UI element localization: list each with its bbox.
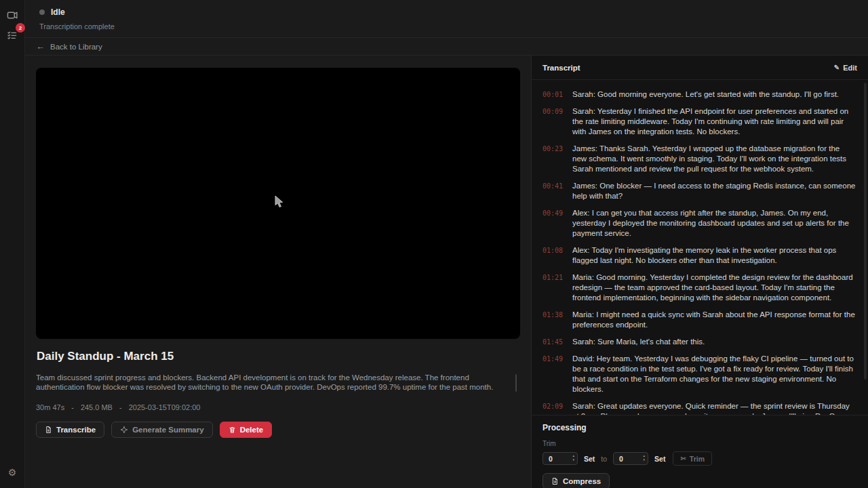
entry-timestamp: 00:01 xyxy=(542,89,564,100)
entry-text: Maria: I might need a quick sync with Sa… xyxy=(572,310,856,330)
settings-gear-icon[interactable]: ⚙ xyxy=(3,464,21,481)
entry-text: James: Thanks Sarah. Yesterday I wrapped… xyxy=(572,144,856,174)
media-filesize: 245.0 MB xyxy=(81,403,113,411)
status-detail: Transcription complete xyxy=(39,22,868,30)
video-player[interactable] xyxy=(36,68,520,339)
number-stepper-icon[interactable]: ▴▾ xyxy=(644,454,646,462)
metadata-separator: - xyxy=(71,403,74,411)
media-metadata: 30m 47s - 245.0 MB - 2025-03-15T09:02:00 xyxy=(36,403,520,411)
pencil-icon: ✎ xyxy=(834,64,840,71)
entry-timestamp: 01:38 xyxy=(542,310,564,330)
generate-summary-label: Generate Summary xyxy=(132,426,203,434)
entry-timestamp: 02:09 xyxy=(542,401,564,415)
entry-text: Maria: Good morning. Yesterday I complet… xyxy=(572,272,856,303)
entry-text: James: One blocker — I need access to th… xyxy=(572,181,856,201)
transcribe-button[interactable]: Transcribe xyxy=(36,422,104,438)
trim-controls: ▴▾ Set to ▴▾ Set ✂ Trim xyxy=(542,451,857,466)
edit-label: Edit xyxy=(843,64,857,72)
entry-timestamp: 01:49 xyxy=(542,354,564,394)
edit-transcript-button[interactable]: ✎ Edit xyxy=(834,64,857,72)
transcript-entry: 01:49 David: Hey team. Yesterday I was d… xyxy=(542,354,856,394)
media-description-scroll[interactable]: Team discussed sprint progress and block… xyxy=(36,373,519,392)
delete-button[interactable]: Delete xyxy=(220,422,273,438)
app-window: 2 ⚙ Idle Transcription complete ← Back t… xyxy=(0,0,868,488)
transcript-title: Transcript xyxy=(542,64,580,72)
media-actions: Transcribe Generate Summary xyxy=(36,422,520,438)
icon-rail: 2 ⚙ xyxy=(0,0,25,488)
transcript-entry: 01:45 Sarah: Sure Maria, let's chat afte… xyxy=(542,337,856,347)
trash-icon xyxy=(229,426,236,434)
transcript-list: 00:01 Sarah: Good morning everyone. Let'… xyxy=(532,80,868,415)
entry-timestamp: 00:49 xyxy=(542,208,564,239)
transcript-entry: 00:41 James: One blocker — I need access… xyxy=(542,181,856,201)
entry-text: Sarah: Yesterday I finished the API endp… xyxy=(572,106,856,137)
entry-text: Alex: I can get you that access right af… xyxy=(572,208,856,239)
back-to-library-link[interactable]: ← Back to Library xyxy=(25,38,868,56)
entry-timestamp: 01:08 xyxy=(542,245,564,266)
entry-timestamp: 00:23 xyxy=(542,144,564,174)
transcript-entry: 00:23 James: Thanks Sarah. Yesterday I w… xyxy=(542,144,856,174)
file-text-icon xyxy=(45,426,52,434)
transcript-entry: 01:08 Alex: Today I'm investigating the … xyxy=(542,245,856,266)
back-link-label: Back to Library xyxy=(50,43,102,51)
entry-text: Sarah: Sure Maria, let's chat after this… xyxy=(572,337,705,347)
number-stepper-icon[interactable]: ▴▾ xyxy=(572,454,574,462)
transcript-entry: 01:38 Maria: I might need a quick sync w… xyxy=(542,310,856,330)
status-bar: Idle Transcription complete xyxy=(25,0,868,38)
file-compress-icon xyxy=(551,477,559,485)
notification-badge: 2 xyxy=(16,23,25,33)
transcribe-label: Transcribe xyxy=(56,426,96,434)
generate-summary-button[interactable]: Generate Summary xyxy=(111,422,212,438)
entry-text: Sarah: Good morning everyone. Let's get … xyxy=(572,89,839,100)
video-camera-icon[interactable] xyxy=(3,6,21,24)
queue-list-icon[interactable]: 2 xyxy=(3,26,21,44)
trim-button[interactable]: ✂ Trim xyxy=(673,451,712,466)
compress-button[interactable]: Compress xyxy=(542,473,610,488)
status-label: Idle xyxy=(51,7,65,17)
transcript-entry: 00:09 Sarah: Yesterday I finished the AP… xyxy=(542,106,856,137)
to-label: to xyxy=(601,455,607,463)
transcript-header: Transcript ✎ Edit xyxy=(532,56,868,80)
transcript-entry: 00:01 Sarah: Good morning everyone. Let'… xyxy=(542,89,856,100)
transcript-entry: 02:09 Sarah: Great updates everyone. Qui… xyxy=(542,401,856,415)
sparkle-icon xyxy=(120,426,128,434)
status-dot xyxy=(39,9,45,15)
set-end-button[interactable]: Set xyxy=(654,455,665,463)
media-description: Team discussed sprint progress and block… xyxy=(36,373,509,392)
trim-start-wrap: ▴▾ xyxy=(542,452,578,466)
content-column: Idle Transcription complete ← Back to Li… xyxy=(25,0,868,488)
media-datetime: 2025-03-15T09:02:00 xyxy=(129,403,201,411)
processing-section: Processing Trim ▴▾ Set to ▴▾ Set xyxy=(532,415,868,488)
entry-timestamp: 00:41 xyxy=(542,181,564,201)
back-arrow-icon: ← xyxy=(36,42,45,51)
media-detail: Daily Standup - March 15 Team discussed … xyxy=(25,56,531,488)
trim-end-wrap: ▴▾ xyxy=(613,452,648,466)
processing-title: Processing xyxy=(542,423,857,432)
entry-text: David: Hey team. Yesterday I was debuggi… xyxy=(572,354,856,394)
entry-timestamp: 00:09 xyxy=(542,106,564,137)
media-title: Daily Standup - March 15 xyxy=(37,350,520,363)
transcript-scrollbar[interactable] xyxy=(864,83,867,380)
transcript-panel: Transcript ✎ Edit 00:01 Sarah: Good morn… xyxy=(531,56,868,488)
trim-button-label: Trim xyxy=(690,455,705,463)
media-duration: 30m 47s xyxy=(36,403,64,411)
metadata-separator: - xyxy=(119,403,122,411)
description-scrollbar[interactable] xyxy=(515,374,517,392)
entry-text: Sarah: Great updates everyone. Quick rem… xyxy=(572,401,856,415)
set-start-button[interactable]: Set xyxy=(584,455,595,463)
delete-label: Delete xyxy=(240,426,264,434)
compress-label: Compress xyxy=(563,477,601,485)
entry-timestamp: 01:21 xyxy=(542,272,564,303)
main-area: Daily Standup - March 15 Team discussed … xyxy=(25,56,868,488)
trim-label: Trim xyxy=(542,440,857,447)
transcript-entry: 01:21 Maria: Good morning. Yesterday I c… xyxy=(542,272,856,303)
entry-timestamp: 01:45 xyxy=(542,337,564,347)
mouse-cursor-icon xyxy=(275,195,284,208)
entry-text: Alex: Today I'm investigating the memory… xyxy=(572,245,856,266)
scissors-icon: ✂ xyxy=(680,455,686,462)
transcript-entry: 00:49 Alex: I can get you that access ri… xyxy=(542,208,856,239)
